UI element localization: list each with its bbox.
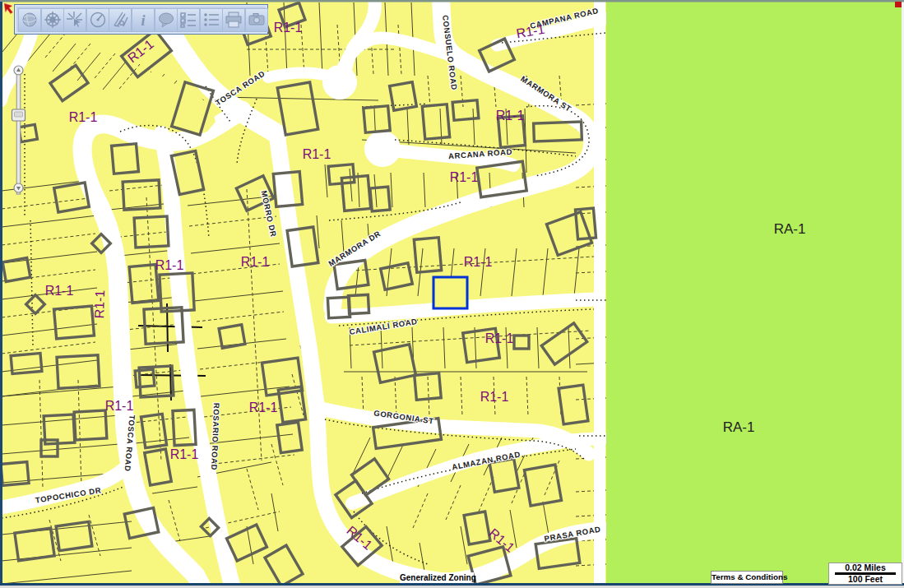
svg-text:R1-1: R1-1 [69, 110, 98, 124]
svg-text:R1-1: R1-1 [450, 170, 479, 184]
svg-text:R1-1: R1-1 [274, 21, 303, 35]
svg-text:i: i [141, 12, 145, 29]
svg-text:R1-1: R1-1 [105, 399, 134, 413]
svg-text:RA-1: RA-1 [723, 419, 755, 435]
svg-text:R1-1: R1-1 [92, 289, 107, 318]
svg-text:RA-1: RA-1 [774, 221, 806, 237]
svg-text:R1-1: R1-1 [249, 400, 278, 414]
svg-text:R1-1: R1-1 [485, 331, 514, 345]
svg-text:R1-1: R1-1 [170, 447, 199, 461]
svg-text:R1-1: R1-1 [45, 284, 74, 298]
svg-text:R1-1: R1-1 [496, 109, 525, 123]
svg-text:R1-1: R1-1 [241, 255, 270, 269]
svg-text:R1-1: R1-1 [303, 147, 331, 161]
svg-text:R1-1: R1-1 [480, 390, 509, 404]
svg-text:R1-1: R1-1 [464, 255, 493, 269]
svg-text:R1-1: R1-1 [155, 258, 184, 272]
